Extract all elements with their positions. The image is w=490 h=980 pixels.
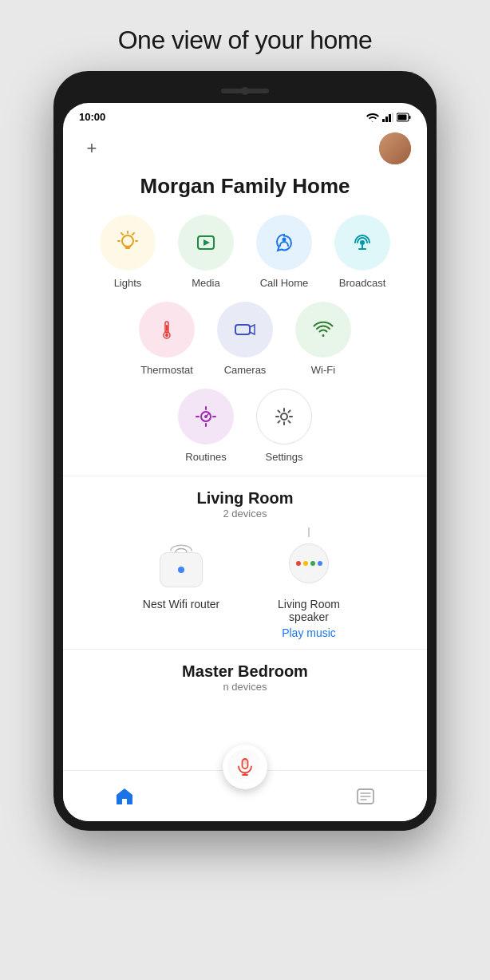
wifi-status-icon — [366, 113, 379, 122]
top-bar: + — [63, 126, 427, 168]
thermostat-circle — [139, 302, 195, 358]
shortcut-callhome[interactable]: Call Home — [248, 215, 320, 289]
nest-wifi-icon — [149, 535, 213, 591]
list-icon — [355, 786, 376, 807]
shortcut-lights[interactable]: Lights — [92, 215, 164, 289]
routines-circle — [178, 389, 234, 445]
speaker-wire-svg — [307, 528, 310, 537]
shortcuts-row-1: Lights Media — [76, 215, 414, 289]
phone-screen: 10:00 — [63, 103, 427, 821]
shortcut-cameras[interactable]: Cameras — [209, 302, 281, 376]
mic-icon — [236, 758, 254, 776]
svg-point-7 — [122, 235, 133, 247]
phone-frame: 10:00 — [53, 71, 437, 831]
svg-rect-3 — [392, 113, 393, 122]
svg-point-32 — [281, 413, 287, 420]
shortcut-settings[interactable]: Settings — [248, 389, 320, 463]
play-music-action[interactable]: Play music — [282, 626, 336, 639]
shortcuts-grid: Lights Media — [63, 215, 427, 463]
avatar[interactable] — [379, 132, 411, 164]
shortcut-media[interactable]: Media — [170, 215, 242, 289]
broadcast-circle — [334, 215, 390, 271]
svg-rect-5 — [398, 114, 407, 120]
callhome-label: Call Home — [260, 277, 309, 289]
home-icon — [114, 786, 135, 807]
devices-row: Nest Wifi router — [79, 535, 411, 639]
device-lr-speaker[interactable]: Living Room speaker Play music — [257, 535, 361, 639]
add-button[interactable]: + — [79, 136, 105, 161]
nav-list[interactable] — [339, 780, 392, 813]
status-icons — [366, 113, 411, 122]
status-bar: 10:00 — [63, 103, 427, 126]
room-section-living-room: Living Room 2 devices — [63, 489, 427, 639]
svg-rect-1 — [385, 117, 388, 122]
lights-circle — [100, 215, 156, 271]
home-title: Morgan Family Home — [63, 168, 427, 215]
wifi-label: Wi-Fi — [311, 364, 335, 376]
status-time: 10:00 — [79, 111, 105, 123]
media-circle — [178, 215, 234, 271]
svg-line-9 — [132, 233, 134, 235]
mic-fab[interactable] — [223, 745, 267, 789]
room-title: Living Room — [79, 489, 411, 508]
svg-point-15 — [283, 238, 286, 242]
master-room-title: Master Bedroom — [182, 662, 308, 681]
shortcuts-row-3: Routines Settings — [76, 389, 414, 463]
svg-rect-22 — [166, 325, 168, 331]
thermostat-label: Thermostat — [140, 364, 193, 376]
svg-rect-0 — [382, 119, 385, 122]
wifi-circle — [295, 302, 351, 358]
svg-marker-14 — [204, 239, 210, 246]
svg-rect-35 — [243, 760, 247, 765]
master-room-title-row: Master Bedroom — [79, 662, 411, 681]
lr-speaker-label: Living Room speaker — [257, 598, 361, 623]
callhome-circle — [256, 215, 312, 271]
signal-icon — [382, 113, 393, 122]
shortcuts-row-2: Thermostat Cameras — [76, 302, 414, 376]
settings-circle — [256, 389, 312, 445]
nest-wifi-label: Nest Wifi router — [143, 598, 219, 611]
nav-home[interactable] — [98, 780, 151, 813]
svg-line-31 — [206, 413, 209, 417]
shortcut-thermostat[interactable]: Thermostat — [131, 302, 203, 376]
svg-point-21 — [165, 334, 168, 337]
broadcast-label: Broadcast — [339, 277, 386, 289]
device-nest-wifi[interactable]: Nest Wifi router — [129, 535, 233, 639]
battery-icon — [397, 113, 411, 122]
lr-speaker-icon — [277, 535, 341, 591]
cameras-circle — [217, 302, 273, 358]
shortcut-routines[interactable]: Routines — [170, 389, 242, 463]
svg-line-11 — [121, 233, 123, 235]
svg-rect-23 — [235, 325, 250, 334]
routines-label: Routines — [185, 451, 226, 463]
phone-notch — [63, 81, 427, 103]
shortcut-wifi[interactable]: Wi-Fi — [287, 302, 359, 376]
media-label: Media — [192, 277, 219, 289]
room-section-master: Master Bedroom n devices — [63, 649, 427, 693]
shortcut-broadcast[interactable]: Broadcast — [326, 215, 398, 289]
master-room-count: n devices — [79, 681, 411, 693]
svg-rect-6 — [409, 116, 411, 119]
room-device-count: 2 devices — [79, 508, 411, 520]
settings-label: Settings — [266, 451, 303, 463]
page-title: One view of your home — [102, 0, 389, 71]
svg-rect-2 — [389, 114, 391, 122]
cameras-label: Cameras — [224, 364, 267, 376]
lights-label: Lights — [114, 277, 142, 289]
